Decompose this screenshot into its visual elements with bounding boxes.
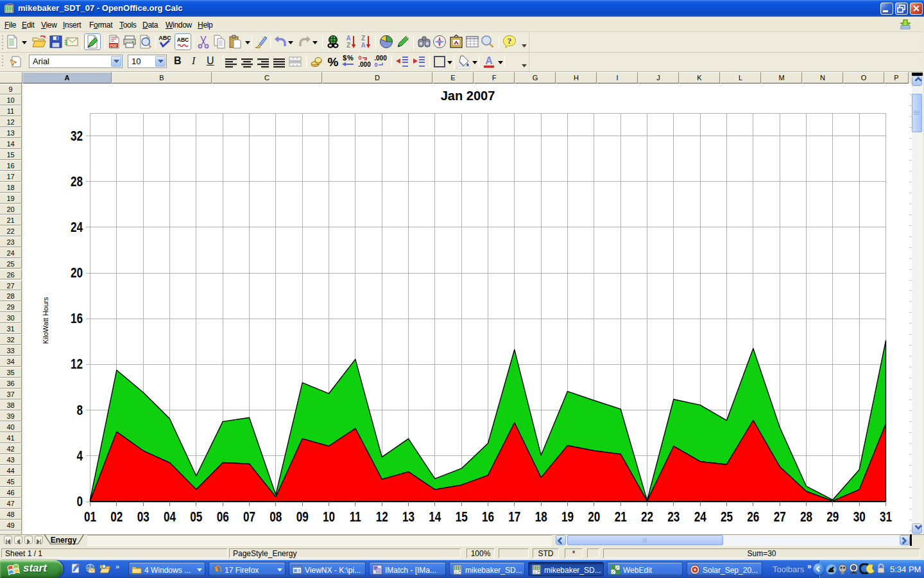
svg-text:02: 02 (110, 508, 123, 524)
svg-text:28: 28 (71, 173, 83, 189)
svg-text:KiloWatt Hours: KiloWatt Hours (42, 297, 49, 344)
svg-text:A: A (485, 55, 493, 66)
svg-text:06: 06 (217, 508, 229, 524)
svg-text:16: 16 (482, 508, 494, 524)
svg-text:%: % (347, 54, 354, 62)
svg-text:21: 21 (615, 508, 627, 524)
svg-text:ABC: ABC (177, 37, 189, 43)
svg-text:13: 13 (402, 508, 415, 524)
svg-text:01: 01 (84, 508, 96, 524)
svg-text:09: 09 (296, 508, 309, 524)
svg-text:18: 18 (535, 508, 547, 524)
svg-text:A: A (346, 35, 350, 42)
svg-text:25: 25 (721, 508, 733, 524)
svg-text:.000: .000 (374, 55, 387, 62)
svg-text:A: A (361, 42, 365, 49)
svg-text:05: 05 (190, 508, 202, 524)
svg-text:20: 20 (71, 265, 83, 281)
svg-text:Jan 2007: Jan 2007 (441, 89, 495, 103)
svg-text:Z: Z (361, 35, 365, 42)
svg-text:22: 22 (641, 508, 653, 524)
svg-text:$: $ (343, 54, 346, 62)
svg-text:Z: Z (346, 42, 350, 49)
svg-text:20: 20 (588, 508, 600, 524)
svg-text:19: 19 (561, 508, 574, 524)
svg-text:14: 14 (429, 508, 441, 524)
svg-text:23: 23 (667, 508, 680, 524)
svg-text:0: 0 (76, 493, 83, 509)
svg-text:12: 12 (376, 508, 388, 524)
svg-text:26: 26 (747, 508, 759, 524)
svg-text:11: 11 (350, 508, 361, 524)
svg-text:10: 10 (323, 508, 335, 524)
svg-text:15: 15 (456, 508, 468, 524)
svg-text:28: 28 (800, 508, 812, 524)
svg-text:04: 04 (164, 508, 176, 524)
svg-text:PDF: PDF (110, 44, 117, 48)
svg-text:16: 16 (71, 310, 83, 326)
svg-text:07: 07 (243, 508, 255, 524)
svg-text:24: 24 (694, 508, 706, 524)
svg-text:12: 12 (71, 356, 83, 372)
svg-text:30: 30 (853, 508, 866, 524)
svg-text:0: 0 (358, 55, 361, 61)
svg-text:03: 03 (137, 508, 150, 524)
svg-text:27: 27 (774, 508, 786, 524)
svg-text:0: 0 (374, 62, 377, 68)
svg-text:.000: .000 (358, 61, 371, 68)
svg-text:24: 24 (71, 219, 83, 235)
svg-text:08: 08 (270, 508, 282, 524)
svg-text:4: 4 (76, 448, 83, 464)
svg-text:17: 17 (508, 508, 520, 524)
svg-text:31: 31 (880, 508, 892, 524)
svg-text:%: % (328, 55, 339, 69)
svg-text:29: 29 (826, 508, 839, 524)
svg-text:?: ? (508, 36, 512, 46)
svg-text:ABC: ABC (158, 35, 171, 41)
svg-text:32: 32 (71, 127, 83, 143)
svg-text:8: 8 (76, 401, 83, 417)
